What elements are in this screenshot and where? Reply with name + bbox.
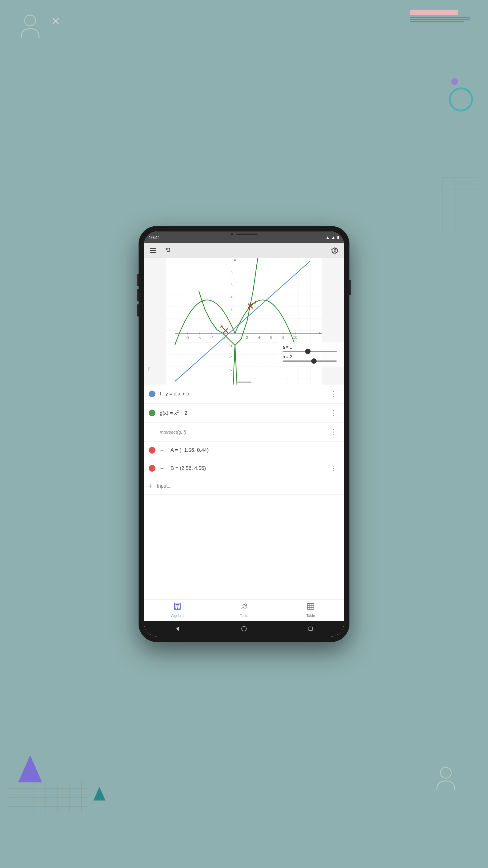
svg-text:10: 10 (293, 336, 297, 340)
algebra-item-f[interactable]: f : y = a x + b ⋮ (144, 384, 344, 404)
svg-point-78 (241, 626, 247, 631)
algebra-tab-label: Algebra (171, 614, 184, 618)
svg-point-0 (25, 15, 36, 26)
toolbar-left (148, 245, 174, 256)
svg-text:8: 8 (230, 271, 233, 275)
input-field[interactable] (157, 484, 339, 489)
svg-point-66 (177, 607, 178, 608)
slider-a-track[interactable] (283, 351, 337, 352)
svg-text:4: 4 (230, 295, 233, 299)
arrow-icon-a: → (160, 447, 166, 453)
graph-area[interactable]: g -8 -6 -4 -2 (144, 258, 344, 384)
svg-point-65 (175, 607, 176, 608)
tools-icon (240, 602, 248, 613)
tab-algebra[interactable]: Algebra (144, 599, 210, 621)
algebra-item-a[interactable]: → A = (−1.56, 0.44) (144, 441, 344, 459)
graph-label-f: f (148, 367, 150, 372)
svg-rect-1 (443, 178, 479, 232)
phone-screen: 10:41 ▲ ▲ ▮ (144, 231, 344, 637)
algebra-item-b[interactable]: → B = (2.56, 4.56) ⋮ (144, 459, 344, 478)
svg-text:-4: -4 (229, 355, 233, 360)
formula-g: g(x) = x2 − 2 (160, 410, 328, 416)
tools-tab-label: Tools (240, 614, 248, 618)
slider-b-track[interactable] (283, 361, 337, 362)
algebra-item-g[interactable]: g(x) = x2 − 2 ⋮ (144, 404, 344, 423)
svg-marker-77 (176, 627, 178, 631)
svg-text:A: A (220, 324, 223, 329)
color-dot-a (149, 447, 156, 454)
svg-rect-79 (309, 627, 313, 630)
slider-b-label: b = 2 (283, 354, 339, 359)
color-dot-b (149, 465, 156, 472)
more-button-intersect[interactable]: ⋮ (328, 427, 339, 437)
svg-rect-64 (175, 604, 179, 605)
intersect-spacer (149, 429, 156, 435)
slider-panel: a = 1 b = 2 (278, 342, 344, 367)
svg-text:8: 8 (282, 336, 284, 340)
table-tab-label: Table (306, 614, 315, 618)
wifi-icon: ▲ (326, 235, 330, 240)
add-icon[interactable]: + (149, 482, 153, 490)
tab-table[interactable]: Table (278, 599, 344, 621)
toolbar (144, 243, 344, 258)
slider-a-thumb[interactable] (305, 349, 311, 354)
svg-point-23 (334, 250, 336, 251)
formula-a: A = (−1.56, 0.44) (170, 447, 339, 453)
svg-point-71 (245, 604, 247, 606)
status-icons: ▲ ▲ ▮ (326, 235, 339, 240)
arrow-icon-b: → (160, 466, 166, 471)
svg-text:-6: -6 (198, 336, 201, 340)
formula-f: f : y = a x + b (160, 391, 328, 397)
system-nav (144, 621, 344, 637)
slider-b-row[interactable]: b = 2 (283, 354, 339, 362)
svg-text:-4: -4 (210, 336, 214, 340)
back-button[interactable] (173, 624, 182, 633)
slider-a-label: a = 1 (283, 345, 339, 350)
slider-a-row[interactable]: a = 1 (283, 345, 339, 352)
scroll-indicator (236, 381, 252, 383)
recents-button[interactable] (306, 624, 315, 633)
tab-tools[interactable]: Tools (210, 599, 277, 621)
calculator-icon (173, 602, 181, 613)
algebra-panel: f : y = a x + b ⋮ g(x) = x2 − 2 ⋮ Inters… (144, 384, 344, 621)
formula-b: B = (2.56, 4.56) (170, 465, 328, 471)
phone-frame: 10:41 ▲ ▲ ▮ (138, 226, 350, 642)
color-dot-f (149, 391, 156, 397)
svg-text:2: 2 (246, 336, 248, 340)
svg-text:-2: -2 (229, 343, 233, 347)
battery-icon: ▮ (337, 235, 339, 240)
table-icon (307, 602, 315, 613)
svg-point-19 (441, 767, 451, 778)
svg-text:4: 4 (258, 336, 260, 340)
svg-text:2: 2 (230, 307, 233, 311)
bottom-nav: Algebra Tools (144, 599, 344, 621)
svg-text:6: 6 (230, 283, 233, 287)
svg-point-68 (175, 608, 176, 609)
settings-button[interactable] (330, 245, 340, 256)
undo-button[interactable] (163, 245, 174, 256)
svg-text:-8: -8 (186, 336, 190, 340)
svg-point-69 (177, 608, 178, 609)
input-row[interactable]: + (144, 478, 344, 495)
svg-rect-72 (307, 603, 314, 610)
svg-point-67 (178, 607, 179, 608)
home-button[interactable] (240, 624, 248, 633)
algebra-item-intersect[interactable]: Intersect(g, f) ⋮ (144, 423, 344, 441)
signal-icon: ▲ (331, 235, 335, 240)
svg-point-70 (178, 608, 179, 609)
more-button-g[interactable]: ⋮ (328, 408, 339, 418)
more-button-f[interactable]: ⋮ (328, 389, 339, 399)
slider-b-thumb[interactable] (311, 358, 317, 364)
svg-marker-8 (18, 755, 42, 782)
menu-button[interactable] (148, 245, 158, 256)
color-dot-g (149, 410, 156, 416)
svg-marker-9 (93, 787, 105, 801)
spacer (144, 495, 344, 599)
svg-text:6: 6 (270, 336, 272, 340)
svg-text:-6: -6 (229, 367, 233, 372)
status-time: 10:41 (149, 235, 160, 240)
svg-text:B: B (253, 300, 256, 304)
more-button-b[interactable]: ⋮ (328, 463, 339, 473)
formula-intersect: Intersect(g, f) (160, 430, 328, 435)
